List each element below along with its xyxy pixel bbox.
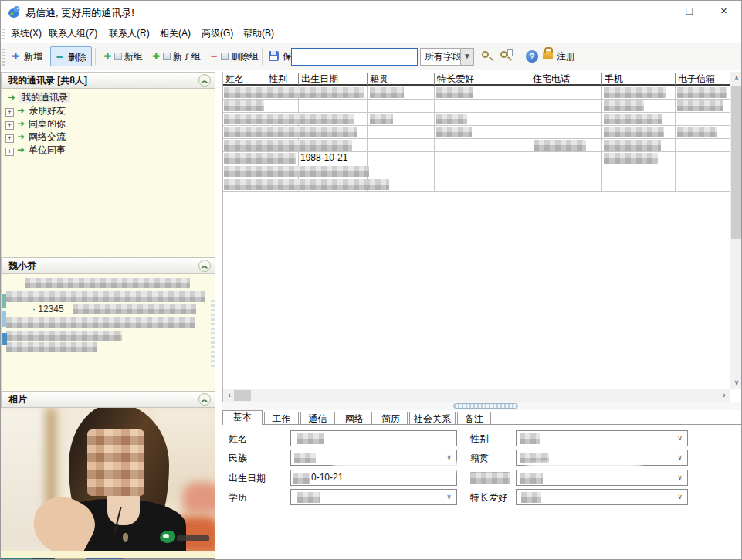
tab-resume[interactable]: 简历 xyxy=(374,412,408,425)
splitter-grip[interactable] xyxy=(453,403,518,409)
censored-cell xyxy=(604,127,664,137)
photo-background xyxy=(183,482,215,513)
menu-advanced[interactable]: 高级(G) xyxy=(198,26,236,40)
collapse-detail-button[interactable]: ︽ xyxy=(198,260,211,272)
table-vertical-scrollbar[interactable]: ∧ ∨ xyxy=(730,72,742,389)
censored-value xyxy=(520,433,540,444)
tab-network[interactable]: 网络 xyxy=(337,412,372,425)
name-input[interactable] xyxy=(290,430,457,446)
tab-comm[interactable]: 通信 xyxy=(300,412,335,425)
tab-notes[interactable]: 备注 xyxy=(457,412,491,425)
table-horizontal-scrollbar[interactable]: ‹ › xyxy=(223,389,730,402)
tree-group-item[interactable]: +➜网络交流 xyxy=(5,131,66,144)
search-input[interactable] xyxy=(291,48,418,66)
col-header-mobile[interactable]: 手机 xyxy=(601,73,675,85)
censored-cell xyxy=(604,114,662,124)
close-button[interactable]: × xyxy=(706,1,741,22)
new-subgroup-button[interactable]: ✚新子组 xyxy=(147,46,205,66)
censored-text xyxy=(6,331,122,341)
collapse-photo-button[interactable]: ︽ xyxy=(198,393,211,406)
register-button[interactable]: 注册 xyxy=(557,46,575,66)
scroll-right-icon[interactable]: › xyxy=(718,389,730,402)
collapse-tree-button[interactable]: ︽ xyxy=(198,74,211,87)
photo-panel-header: 相片 ︽ xyxy=(1,391,215,408)
censored-cell xyxy=(604,87,666,98)
vertical-scroll-thumb[interactable] xyxy=(731,86,742,239)
tree-group-item[interactable]: +➜亲朋好友 xyxy=(5,104,66,117)
censored-chip xyxy=(2,333,7,345)
tree-group-item[interactable]: +➜同桌的你 xyxy=(5,117,66,131)
lock-icon xyxy=(543,51,553,59)
expand-icon[interactable]: + xyxy=(5,121,14,130)
help-icon[interactable]: ? xyxy=(526,50,538,63)
censored-cell xyxy=(370,114,393,124)
tree-root-item[interactable]: ➜我的通讯录 xyxy=(8,91,70,104)
censored-text xyxy=(6,291,205,302)
tree-group-item[interactable]: +➜单位同事 xyxy=(5,144,66,157)
col-header-birth[interactable]: 出生日期 xyxy=(298,73,367,85)
birth-date-cell: 1988-10-21 xyxy=(300,151,347,165)
censored-value xyxy=(520,473,543,484)
tab-basic[interactable]: 基本 xyxy=(222,410,263,425)
advanced-search-icon[interactable] xyxy=(500,50,512,63)
col-header-name[interactable]: 姓名 xyxy=(223,73,266,85)
hobby-select[interactable]: ∨ xyxy=(516,489,688,505)
tab-work[interactable]: 工作 xyxy=(264,412,299,425)
censored-field-select[interactable]: ∨ xyxy=(516,470,688,486)
gridline xyxy=(223,125,730,126)
arrow-icon: ➜ xyxy=(17,131,25,144)
search-icon[interactable] xyxy=(481,50,493,63)
pixelated-face xyxy=(87,429,144,496)
menu-contact[interactable]: 联系人(R) xyxy=(106,26,153,40)
censored-cell xyxy=(224,114,354,124)
censored-cell xyxy=(436,127,472,137)
expand-icon[interactable]: + xyxy=(5,148,14,156)
col-header-gender[interactable]: 性别 xyxy=(266,73,298,85)
education-select[interactable]: ∨ xyxy=(290,489,457,505)
scroll-down-icon[interactable]: ∨ xyxy=(730,376,742,389)
censored-cell xyxy=(677,127,717,137)
expand-icon[interactable]: + xyxy=(5,134,14,143)
menu-help[interactable]: 帮助(B) xyxy=(240,26,277,40)
photo-person xyxy=(107,494,140,525)
label-name: 姓名 xyxy=(229,431,247,446)
new-group-button[interactable]: ✚新组 xyxy=(99,46,147,66)
gridline xyxy=(223,138,730,139)
menu-contact-group[interactable]: 联系人组(Z) xyxy=(46,26,100,40)
expand-icon[interactable]: + xyxy=(5,108,14,117)
horizontal-scroll-thumb[interactable] xyxy=(234,390,251,401)
panel-splitter[interactable] xyxy=(222,402,742,410)
chevron-down-icon: ∨ xyxy=(673,432,686,445)
detail-scrollbar[interactable] xyxy=(211,297,215,367)
minimize-button[interactable]: – xyxy=(637,1,672,22)
label-gender: 性别 xyxy=(470,431,489,446)
arrow-icon: ➜ xyxy=(17,104,25,117)
menu-system[interactable]: 系统(X) xyxy=(8,26,45,40)
censored-text xyxy=(6,342,97,352)
delete-group-button[interactable]: ━删除组 xyxy=(205,46,263,66)
col-header-native[interactable]: 籍贯 xyxy=(367,73,434,85)
maximize-button[interactable]: □ xyxy=(672,1,706,22)
censored-cell xyxy=(604,140,661,151)
col-header-homephone[interactable]: 住宅电话 xyxy=(530,73,601,85)
menu-related[interactable]: 相关(A) xyxy=(157,26,194,40)
toolbar-separator xyxy=(95,48,96,65)
scroll-up-icon[interactable]: ∧ xyxy=(730,72,742,85)
col-header-email[interactable]: 电子信箱 xyxy=(675,73,730,85)
col-header-hobby[interactable]: 特长爱好 xyxy=(434,73,530,85)
detail-panel-header: 魏小乔 ︽ xyxy=(1,257,215,274)
censored-chip xyxy=(2,294,6,308)
tab-social[interactable]: 社会关系 xyxy=(409,412,456,425)
delete-contact-button[interactable]: ━删除 xyxy=(50,46,92,66)
censored-cell xyxy=(677,100,723,111)
field-filter-select[interactable]: 所有字段▼ xyxy=(420,48,474,66)
censor-smudge xyxy=(333,460,472,473)
toolbar: ✚新增 ━删除 ✚新组 ✚新子组 ━删除组 保存 所有字段▼ ? 注册 xyxy=(1,43,741,70)
add-contact-button[interactable]: ✚新增 xyxy=(7,46,47,66)
censored-text xyxy=(25,278,190,288)
plus-icon: ✚ xyxy=(10,46,21,66)
censored-cell xyxy=(436,87,473,98)
gender-select[interactable]: ∨ xyxy=(516,430,688,446)
group-plus-icon: ✚ xyxy=(102,46,113,66)
censored-cell xyxy=(677,87,727,98)
